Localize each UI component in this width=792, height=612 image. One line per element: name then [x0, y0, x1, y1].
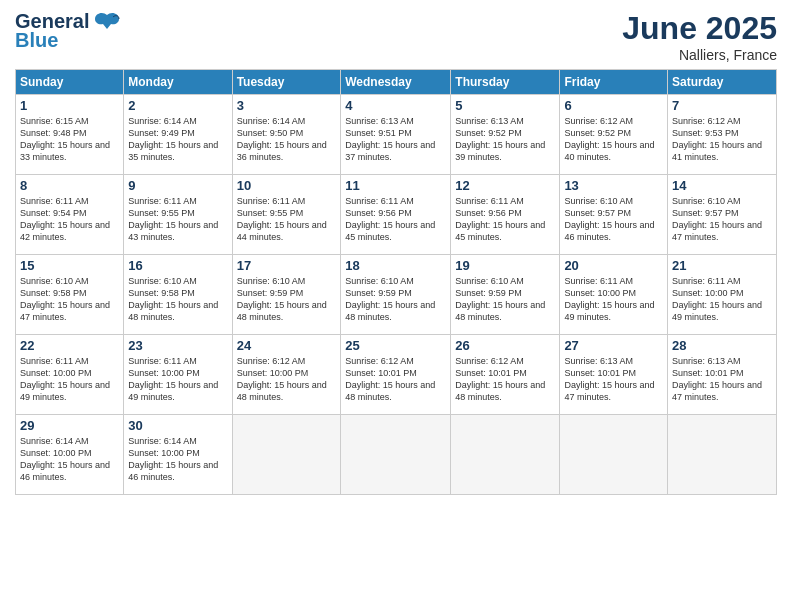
location: Nalliers, France: [622, 47, 777, 63]
table-row: 15 Sunrise: 6:10 AMSunset: 9:58 PMDaylig…: [16, 255, 124, 335]
table-row: [668, 415, 777, 495]
table-row: 25 Sunrise: 6:12 AMSunset: 10:01 PMDayli…: [341, 335, 451, 415]
table-row: 3 Sunrise: 6:14 AMSunset: 9:50 PMDayligh…: [232, 95, 341, 175]
table-row: 29 Sunrise: 6:14 AMSunset: 10:00 PMDayli…: [16, 415, 124, 495]
table-row: 16 Sunrise: 6:10 AMSunset: 9:58 PMDaylig…: [124, 255, 232, 335]
table-row: 4 Sunrise: 6:13 AMSunset: 9:51 PMDayligh…: [341, 95, 451, 175]
table-row: 17 Sunrise: 6:10 AMSunset: 9:59 PMDaylig…: [232, 255, 341, 335]
table-row: 13 Sunrise: 6:10 AMSunset: 9:57 PMDaylig…: [560, 175, 668, 255]
calendar-row: 29 Sunrise: 6:14 AMSunset: 10:00 PMDayli…: [16, 415, 777, 495]
logo: General Blue: [15, 10, 121, 52]
table-row: 27 Sunrise: 6:13 AMSunset: 10:01 PMDayli…: [560, 335, 668, 415]
table-row: 21 Sunrise: 6:11 AMSunset: 10:00 PMDayli…: [668, 255, 777, 335]
table-row: [232, 415, 341, 495]
col-saturday: Saturday: [668, 70, 777, 95]
table-row: [451, 415, 560, 495]
table-row: [341, 415, 451, 495]
table-row: 22 Sunrise: 6:11 AMSunset: 10:00 PMDayli…: [16, 335, 124, 415]
calendar-row: 15 Sunrise: 6:10 AMSunset: 9:58 PMDaylig…: [16, 255, 777, 335]
table-row: 19 Sunrise: 6:10 AMSunset: 9:59 PMDaylig…: [451, 255, 560, 335]
table-row: 23 Sunrise: 6:11 AMSunset: 10:00 PMDayli…: [124, 335, 232, 415]
table-row: 14 Sunrise: 6:10 AMSunset: 9:57 PMDaylig…: [668, 175, 777, 255]
calendar-row: 8 Sunrise: 6:11 AMSunset: 9:54 PMDayligh…: [16, 175, 777, 255]
table-row: [560, 415, 668, 495]
table-row: 10 Sunrise: 6:11 AMSunset: 9:55 PMDaylig…: [232, 175, 341, 255]
logo-blue-text: Blue: [15, 29, 58, 52]
calendar-table: Sunday Monday Tuesday Wednesday Thursday…: [15, 69, 777, 495]
col-wednesday: Wednesday: [341, 70, 451, 95]
table-row: 5 Sunrise: 6:13 AMSunset: 9:52 PMDayligh…: [451, 95, 560, 175]
table-row: 20 Sunrise: 6:11 AMSunset: 10:00 PMDayli…: [560, 255, 668, 335]
table-row: 6 Sunrise: 6:12 AMSunset: 9:52 PMDayligh…: [560, 95, 668, 175]
table-row: 9 Sunrise: 6:11 AMSunset: 9:55 PMDayligh…: [124, 175, 232, 255]
month-title: June 2025: [622, 10, 777, 47]
table-row: 11 Sunrise: 6:11 AMSunset: 9:56 PMDaylig…: [341, 175, 451, 255]
page-header: General Blue June 2025 Nalliers, France: [15, 10, 777, 63]
table-row: 1 Sunrise: 6:15 AMSunset: 9:48 PMDayligh…: [16, 95, 124, 175]
table-row: 2 Sunrise: 6:14 AMSunset: 9:49 PMDayligh…: [124, 95, 232, 175]
table-row: 30 Sunrise: 6:14 AMSunset: 10:00 PMDayli…: [124, 415, 232, 495]
title-block: June 2025 Nalliers, France: [622, 10, 777, 63]
col-friday: Friday: [560, 70, 668, 95]
calendar-header-row: Sunday Monday Tuesday Wednesday Thursday…: [16, 70, 777, 95]
table-row: 12 Sunrise: 6:11 AMSunset: 9:56 PMDaylig…: [451, 175, 560, 255]
logo-bird-icon: [93, 11, 121, 33]
col-tuesday: Tuesday: [232, 70, 341, 95]
table-row: 24 Sunrise: 6:12 AMSunset: 10:00 PMDayli…: [232, 335, 341, 415]
calendar-row: 1 Sunrise: 6:15 AMSunset: 9:48 PMDayligh…: [16, 95, 777, 175]
col-thursday: Thursday: [451, 70, 560, 95]
col-monday: Monday: [124, 70, 232, 95]
table-row: 28 Sunrise: 6:13 AMSunset: 10:01 PMDayli…: [668, 335, 777, 415]
table-row: 26 Sunrise: 6:12 AMSunset: 10:01 PMDayli…: [451, 335, 560, 415]
table-row: 7 Sunrise: 6:12 AMSunset: 9:53 PMDayligh…: [668, 95, 777, 175]
col-sunday: Sunday: [16, 70, 124, 95]
calendar-row: 22 Sunrise: 6:11 AMSunset: 10:00 PMDayli…: [16, 335, 777, 415]
table-row: 18 Sunrise: 6:10 AMSunset: 9:59 PMDaylig…: [341, 255, 451, 335]
table-row: 8 Sunrise: 6:11 AMSunset: 9:54 PMDayligh…: [16, 175, 124, 255]
